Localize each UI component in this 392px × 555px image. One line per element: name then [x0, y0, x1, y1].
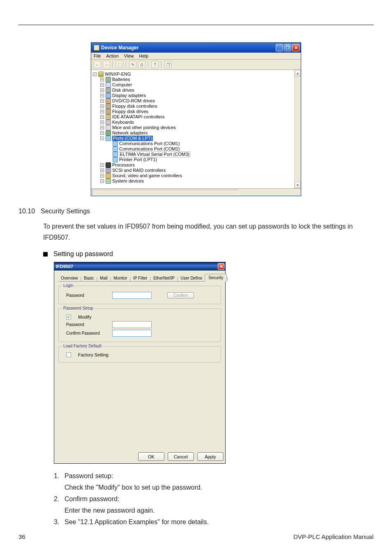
minimize-button[interactable]: _ — [276, 44, 283, 51]
tree-dvd[interactable]: DVD/CD-ROM drives — [112, 98, 155, 104]
print-icon[interactable]: ⎙ — [138, 61, 145, 68]
expand-icon[interactable]: + — [100, 174, 104, 178]
expand-icon[interactable]: + — [100, 104, 104, 108]
manual-title: DVP-PLC Application Manual — [293, 533, 374, 540]
setup-password-label: Password — [66, 322, 107, 327]
scrollbar[interactable]: ▲ ▼ — [294, 70, 301, 188]
confirm-button[interactable]: Confirm — [167, 292, 194, 298]
expand-icon[interactable]: + — [100, 131, 104, 135]
expand-icon[interactable]: + — [100, 126, 104, 130]
tree-sound[interactable]: Sound, video and game controllers — [112, 173, 182, 178]
maximize-button[interactable]: ❐ — [284, 44, 291, 51]
statusbar — [91, 188, 301, 196]
expand-icon[interactable]: + — [100, 110, 104, 113]
instruction-list: 1.Password setup: Check the "Modify" box… — [54, 470, 374, 528]
ok-button[interactable]: OK — [138, 452, 164, 461]
apply-button[interactable]: Apply — [197, 452, 224, 461]
expand-icon[interactable]: + — [100, 163, 104, 167]
close-button[interactable]: ✕ — [292, 44, 300, 51]
tree-proc[interactable]: Processors — [112, 162, 135, 168]
dialog-titlebar[interactable]: IFD9507 ✕ — [54, 262, 225, 271]
toolbar-sep — [148, 61, 149, 68]
device-manager-window: Device Manager _ ❐ ✕ File Action View He… — [91, 42, 301, 196]
tree-lpt1[interactable]: Printer Port (LPT1) — [119, 157, 157, 162]
tab-security[interactable]: Security — [205, 274, 227, 282]
list-sub-2: Enter the new password again. — [65, 505, 374, 516]
expand-icon[interactable]: + — [100, 99, 104, 103]
tree-disk[interactable]: Disk drives — [112, 88, 134, 93]
collapse-icon[interactable]: − — [100, 136, 104, 140]
floppy-icon — [106, 109, 111, 114]
forward-icon[interactable]: → — [103, 61, 110, 68]
menu-view[interactable]: View — [124, 53, 134, 58]
help-icon[interactable]: ? — [151, 61, 159, 68]
tab-overview[interactable]: Overview — [58, 275, 81, 281]
up-icon[interactable]: ⬚ — [116, 61, 123, 68]
tree-eltima[interactable]: ELTIMA Virtual Serial Port (COM3) — [119, 151, 190, 157]
mouse-icon — [106, 125, 111, 130]
tree-net[interactable]: Network adapters — [112, 130, 148, 136]
cancel-button[interactable]: Cancel — [168, 452, 194, 461]
tab-userdefine[interactable]: User Define — [178, 275, 205, 281]
login-password-input[interactable] — [112, 292, 152, 299]
expand-icon[interactable]: + — [100, 179, 104, 183]
expand-icon[interactable]: + — [100, 88, 104, 92]
tree-root[interactable]: WINXP-ENG — [105, 72, 131, 77]
tree-batteries[interactable]: Batteries — [112, 77, 130, 82]
tab-ethernetip[interactable]: EtherNet/IP — [151, 275, 177, 281]
tab-ipfilter[interactable]: IP Filter — [131, 275, 150, 281]
expand-icon[interactable]: + — [100, 83, 104, 87]
window-title: Device Manager — [101, 45, 138, 51]
tree-raid[interactable]: SCSI and RAID controllers — [112, 168, 166, 173]
scan-icon[interactable]: ❐ — [164, 61, 172, 68]
menu-file[interactable]: File — [94, 53, 101, 58]
confirm-password-label: Confirm Password — [66, 331, 107, 335]
login-label: Login — [62, 283, 74, 288]
tab-basic[interactable]: Basic — [81, 275, 96, 281]
tree-ide[interactable]: IDE ATA/ATAPI controllers — [112, 114, 165, 120]
ports-icon — [106, 136, 111, 141]
system-icon — [106, 178, 111, 184]
toolbar-sep — [126, 61, 127, 68]
collapse-icon[interactable]: − — [93, 72, 97, 76]
scroll-track[interactable] — [295, 76, 301, 182]
tree-sys[interactable]: System devices — [112, 178, 144, 184]
password-setup-group: Password Setup ✔ Modify Password Confirm… — [58, 308, 221, 342]
expand-icon[interactable]: + — [100, 115, 104, 119]
scroll-down-icon[interactable]: ▼ — [295, 182, 301, 188]
factory-checkbox[interactable] — [66, 352, 71, 357]
menu-help[interactable]: Help — [139, 53, 149, 58]
tree-computer[interactable]: Computer — [112, 82, 132, 88]
tree-fdc[interactable]: Floppy disk controllers — [112, 104, 157, 109]
tab-mail[interactable]: Mail — [97, 275, 110, 281]
pc-icon — [106, 82, 111, 88]
expand-icon[interactable]: + — [100, 169, 104, 172]
back-icon[interactable]: ← — [94, 61, 101, 68]
tree-display[interactable]: Display adapters — [112, 93, 146, 98]
modify-checkbox[interactable]: ✔ — [66, 314, 71, 319]
modify-label: Modify — [78, 314, 91, 319]
titlebar[interactable]: Device Manager _ ❐ ✕ — [91, 43, 301, 53]
expand-icon[interactable]: + — [100, 94, 104, 97]
bullet-icon — [43, 252, 48, 257]
tab-monitor[interactable]: Monitor — [111, 275, 129, 281]
bullet-text: Setting up password — [53, 250, 113, 258]
tree-com1[interactable]: Communications Port (COM1) — [119, 141, 180, 146]
battery-icon — [106, 77, 111, 82]
password-label: Password — [66, 293, 107, 298]
tree-ports[interactable]: Ports (COM & LPT) — [112, 136, 153, 141]
toolbar-sep — [161, 61, 162, 68]
tree-kb[interactable]: Keyboards — [112, 120, 134, 125]
scroll-up-icon[interactable]: ▲ — [295, 70, 301, 76]
tree-mouse[interactable]: Mice and other pointing devices — [112, 125, 176, 130]
device-tree[interactable]: −WINXP-ENG +Batteries +Computer +Disk dr… — [91, 70, 294, 188]
expand-icon[interactable]: + — [100, 120, 104, 124]
tree-fdd[interactable]: Floppy disk drives — [112, 109, 148, 114]
properties-icon[interactable]: ✎ — [129, 61, 136, 68]
setup-password-input[interactable] — [112, 321, 152, 328]
dialog-close-button[interactable]: ✕ — [218, 263, 224, 270]
expand-icon[interactable]: + — [100, 78, 104, 81]
menu-action[interactable]: Action — [106, 53, 119, 58]
confirm-password-input[interactable] — [112, 330, 152, 337]
ifd-dialog: IFD9507 ✕ Overview| Basic| Mail | Monito… — [54, 262, 226, 464]
